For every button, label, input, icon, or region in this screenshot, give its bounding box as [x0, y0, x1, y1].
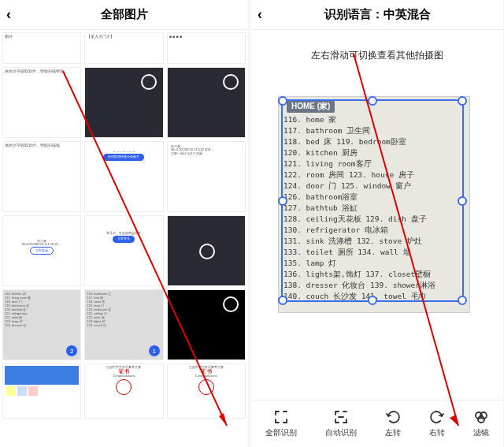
crop-auto-icon: [333, 409, 349, 425]
thumb[interactable]: 全国中学生外语素养大赛证 书Congratulations: [167, 363, 246, 419]
btn: 立即查看: [30, 247, 54, 255]
tool-filter[interactable]: 滤镜: [473, 409, 489, 438]
thumb[interactable]: [167, 215, 246, 286]
capture-circle-icon: [223, 296, 239, 312]
thumb[interactable]: 第六条Wo4.20230223.111742 你… 立即查看: [2, 215, 81, 286]
thumb[interactable]: [2, 363, 81, 419]
tool-rotate-left[interactable]: 左转: [385, 409, 401, 438]
document-image: HOME (家) 116. home 家117. bathroom 卫生间118…: [278, 96, 470, 313]
back-chevron-icon[interactable]: ‹: [258, 6, 262, 23]
gallery-title: 全部图片: [101, 7, 148, 22]
thumb[interactable]: [167, 289, 246, 360]
thumb[interactable]: 体的文字提取软件，智能扫描帮您: [2, 67, 81, 138]
capture-circle-icon: [223, 74, 239, 90]
gallery-pane: ‹ 全部图片 图片 【某人专门才】 ■ ■ ■ ■ 体的文字提取软件，智能扫描帮…: [0, 0, 248, 447]
rotate-right-icon: [429, 409, 445, 425]
tool-auto-recognize[interactable]: 自动识别: [325, 409, 357, 438]
preview-pane: ‹ 识别语言：中英混合 左右滑动可切换查看其他拍摄图 HOME (家) 116.…: [251, 0, 503, 447]
badge: 2: [66, 345, 77, 356]
thumb[interactable]: [84, 67, 163, 138]
thumb[interactable]: [167, 67, 246, 138]
back-chevron-icon[interactable]: ‹: [6, 6, 11, 23]
capture-circle-icon: [199, 244, 215, 259]
thumb[interactable]: 116. bathroom 卫117. bed 床118. room 房119.…: [84, 289, 163, 360]
language-title: 识别语言：中英混合: [324, 7, 431, 22]
thumb[interactable]: 第六条Wo 4.20230223.111742 你好…大家一起讨论这个问题: [167, 141, 246, 212]
thumb[interactable]: 登录后，可自动同步照片 立即登录: [84, 215, 163, 286]
tool-full-recognize[interactable]: 全部识别: [265, 409, 297, 438]
image-grid: 图片 【某人专门才】 ■ ■ ■ ■ 体的文字提取软件，智能扫描帮您 体的文字提…: [0, 30, 248, 421]
btn: 立即登录: [113, 236, 135, 242]
thumb[interactable]: 体的文字提取软件，智能扫描电: [2, 141, 81, 212]
swipe-hint: 左右滑动可切换查看其他拍摄图: [251, 49, 503, 62]
badge: 1: [149, 345, 160, 356]
rotate-left-icon: [385, 409, 401, 425]
bottom-toolbar: 全部识别 自动识别 左转 右转 滤镜: [251, 400, 503, 447]
doc-section-title: HOME (家): [287, 100, 335, 113]
capture-circle-icon: [141, 74, 157, 90]
filter-icon: [473, 409, 489, 425]
thumb[interactable]: 全国中学生外语素养大赛证 书Congratulations: [84, 363, 163, 419]
doc-text: 116. home 家117. bathroom 卫生间118. bed 床 1…: [284, 114, 465, 302]
thumb[interactable]: ○ —— ○ —— ○ 使用联想快速分类图片: [84, 141, 163, 212]
preview-header: ‹ 识别语言：中英混合: [251, 0, 503, 30]
tool-rotate-right[interactable]: 右转: [429, 409, 445, 438]
thumb[interactable]: 116. kitchen 厨117. living room 客118. doo…: [2, 289, 81, 360]
crop-full-icon: [273, 409, 289, 425]
thumb[interactable]: ■ ■ ■ ■: [167, 32, 246, 64]
btn: 使用联想快速分类图片: [103, 154, 144, 160]
thumb[interactable]: 图片: [2, 32, 81, 64]
thumb[interactable]: 【某人专门才】: [84, 32, 163, 64]
gallery-header: ‹ 全部图片: [0, 0, 248, 30]
crop-area[interactable]: HOME (家) 116. home 家117. bathroom 卫生间118…: [281, 102, 467, 307]
